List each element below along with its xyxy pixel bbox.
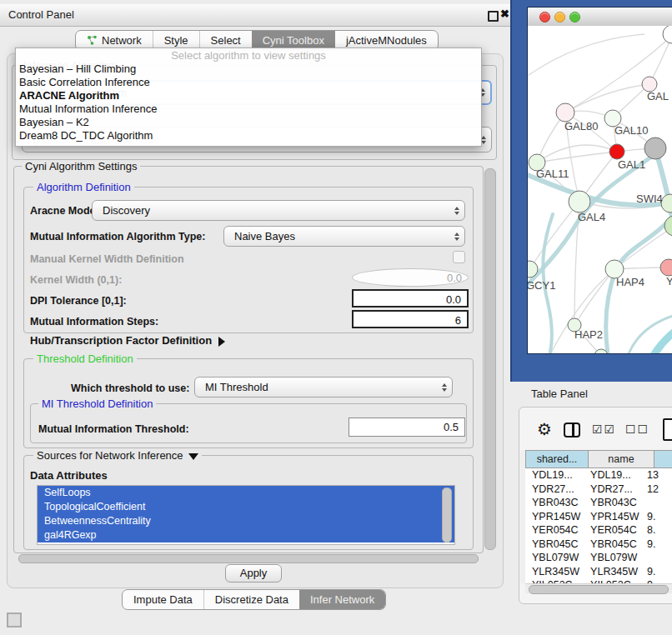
mi-algorithm-type-label: Mutual Information Algorithm Type: [30,231,205,242]
network-edge[interactable] [529,202,579,269]
kernel-width-field[interactable]: 0.0 [352,268,469,287]
settings-vertical-scrollbar[interactable] [484,168,496,550]
export-table-icon[interactable] [663,418,672,441]
algorithm-option-mutual-information-inference[interactable]: Mutual Information Inference [16,102,481,116]
combo-arrows-icon [454,207,459,215]
combo-arrows-icon [454,232,459,241]
sources-legend[interactable]: Sources for Network Inference [33,449,202,462]
apply-button[interactable]: Apply [225,564,282,582]
network-edge[interactable] [628,316,672,353]
which-threshold-value: MI Threshold [205,381,437,393]
table-cell: YBR043C [582,497,642,508]
node-label-gal: GAL [647,90,669,102]
expand-right-icon [218,337,225,347]
column-header-name[interactable]: name [588,450,654,468]
algorithm-option-bayesian-k2[interactable]: Bayesian – K2 [16,116,481,129]
algorithm-definition-legend: Algorithm Definition [33,181,134,193]
window-zoom-icon[interactable] [569,12,580,22]
data-attribute-selfloops[interactable]: SelfLoops [38,486,454,500]
tab-discretize-data-label: Discretize Data [215,593,288,606]
hub-section-toggle[interactable]: Hub/Transcription Factor Definition [30,334,225,347]
table-cell: YER054C [582,524,642,536]
table-cell: YPR145W [525,511,582,522]
table-cell: YDR27... [525,483,582,495]
network-node-swi4[interactable] [661,194,672,212]
algorithm-option-basic-correlation-inference[interactable]: Basic Correlation Inference [16,76,481,89]
table-cell: 9. [642,566,672,578]
hub-section-label: Hub/Transcription Factor Definition [30,334,212,347]
select-all-icon[interactable]: ☑☑ [592,422,616,436]
table-cell: YBR043C [525,497,582,508]
table-row[interactable]: YDL19...YDL19...13 [525,468,672,482]
network-window: GALGAL80GAL10GAL1GAL11GAL4SWI4GCY1HAP4YH… [527,7,672,354]
table-row[interactable]: YER054CYER054C8. [525,523,672,538]
aracne-mode-label: Aracne Mode: [30,205,99,217]
window-minimize-icon[interactable] [554,12,565,22]
table-row[interactable]: YPR145WYPR145W9. [525,510,672,524]
column-header-a[interactable]: A [654,450,672,468]
dropdown-list: Bayesian – Hill ClimbingBasic Correlatio… [16,62,481,142]
network-node[interactable] [664,216,672,236]
window-close-icon[interactable] [539,12,550,22]
manual-kernel-checkbox[interactable] [453,251,465,263]
data-attributes-label: Data Attributes [30,469,108,482]
tab-network-label: Network [102,34,142,47]
float-window-icon[interactable] [488,11,499,22]
data-attributes-list[interactable]: SelfLoopsTopologicalCoefficientBetweenne… [37,485,455,545]
node-label-gal10: GAL10 [614,124,648,137]
algorithm-option-bayesian-hill-climbing[interactable]: Bayesian – Hill Climbing [16,62,481,76]
aracne-mode-combo[interactable]: Discovery [92,200,465,221]
application-root: Control Panel ✖ NetworkStyleSelectCyni T… [0,0,672,635]
network-node-gal4[interactable] [569,191,590,212]
tab-impute-data[interactable]: Impute Data [123,590,203,609]
table-row[interactable]: YBR045CYBR045C9. [525,538,672,552]
table-cell: YBL079W [582,552,642,563]
tab-infer-network[interactable]: Infer Network [299,590,385,609]
show-columns-icon[interactable] [564,422,580,438]
close-icon[interactable]: ✖ [500,8,509,20]
mi-steps-field[interactable]: 6 [352,310,469,328]
which-threshold-label: Which threshold to use: [71,382,189,394]
mi-algorithm-type-combo[interactable]: Naive Bayes [223,226,465,247]
dock-icon[interactable] [7,612,22,628]
table-row[interactable]: YLR345WYLR345W9. [525,565,672,579]
table-row[interactable]: YDR27...YDR27...12 [525,482,672,497]
network-node-gal1[interactable] [609,144,624,159]
settings-horizontal-scrollbar[interactable] [17,553,480,562]
gear-icon[interactable]: ⚙ [537,419,552,439]
table-cell: 8. [642,524,672,536]
algorithm-option-aracne-algorithm[interactable]: ARACNE Algorithm [16,89,481,102]
column-header-shared-[interactable]: shared... [525,450,589,468]
node-label-y: Y [666,275,672,288]
network-graph: GALGAL80GAL10GAL1GAL11GAL4SWI4GCY1HAP4YH… [528,26,672,353]
which-threshold-combo[interactable]: MI Threshold [194,377,453,398]
data-attribute-gal4rgexp[interactable]: gal4RGexp [38,528,454,542]
network-edge[interactable] [565,84,649,112]
network-edge[interactable] [537,145,617,162]
list-vertical-scrollbar[interactable] [442,488,452,542]
dpi-tolerance-field[interactable]: 0.0 [352,289,469,308]
table-horizontal-scrollbar[interactable] [525,583,672,593]
network-edge[interactable] [537,152,617,162]
tab-discretize-data[interactable]: Discretize Data [203,590,299,609]
data-attribute-topologicalcoefficient[interactable]: TopologicalCoefficient [38,500,454,514]
network-canvas[interactable]: GALGAL80GAL10GAL1GAL11GAL4SWI4GCY1HAP4YH… [528,26,672,353]
deselect-all-icon[interactable]: ☐☐ [625,422,649,436]
table-row[interactable]: YBR043CYBR043C [525,496,672,510]
node-label-hap4: HAP4 [616,276,644,288]
data-attribute-betweennesscentrality[interactable]: BetweennessCentrality [38,514,454,528]
network-node[interactable] [663,26,672,43]
algorithm-dropdown: Select algorithm to view settings Bayesi… [15,48,482,147]
table-cell: YLR345W [582,566,642,578]
network-node[interactable] [644,138,666,159]
network-node-y[interactable] [660,259,672,276]
threshold-definition-legend: Threshold Definition [33,352,137,365]
node-label-swi4: SWI4 [636,192,663,205]
mi-steps-label: Mutual Information Steps: [30,316,158,328]
algorithm-option-dream8-dc-tdc-algorithm[interactable]: Dream8 DC_TDC Algorithm [16,129,481,142]
mi-threshold-field[interactable]: 0.5 [349,418,465,437]
node-label-gal80: GAL80 [564,120,598,132]
kernel-width-label: Kernel Width (0,1): [30,274,122,286]
network-node-gal80[interactable] [556,103,574,122]
table-row[interactable]: YBL079WYBL079W [525,551,672,565]
